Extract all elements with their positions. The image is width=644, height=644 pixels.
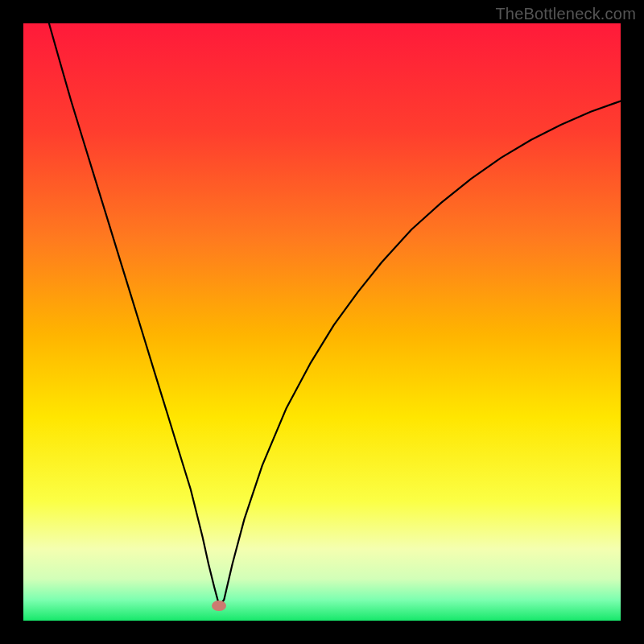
watermark-text: TheBottleneck.com [495,5,636,23]
chart-frame: TheBottleneck.com [0,0,644,644]
bottleneck-curve [23,23,621,621]
plot-area [23,23,621,621]
minimum-marker [212,601,226,611]
